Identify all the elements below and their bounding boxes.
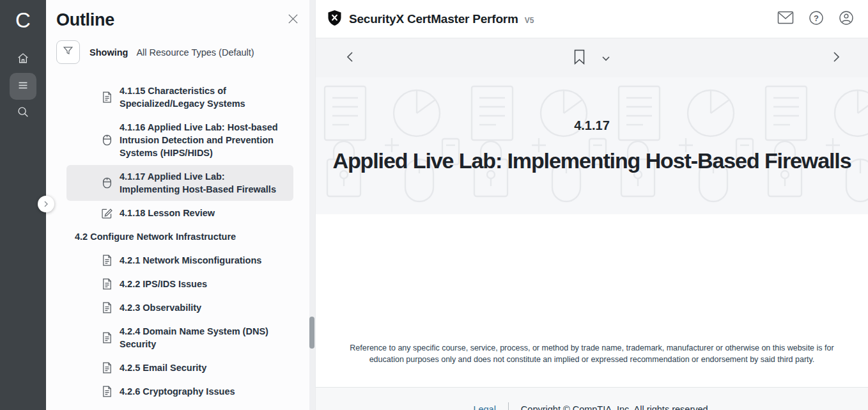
lesson-section-number: 4.1.17 (574, 118, 610, 133)
document-icon (101, 278, 112, 290)
lesson-body: Reference to any specific course, servic… (316, 214, 868, 387)
bookmark-menu-button[interactable] (601, 52, 610, 64)
next-page-button[interactable] (831, 51, 841, 65)
main-area: SecurityX CertMaster Perform V5 (315, 0, 868, 410)
lesson-nav-bar (316, 38, 868, 77)
lesson-title: Applied Live Lab: Implementing Host-Base… (332, 148, 851, 173)
page-footer: Legal Copyright © CompTIA, Inc. All righ… (316, 387, 868, 410)
outline-item-selected[interactable]: 4.1.17 Applied Live Lab: Implementing Ho… (66, 165, 293, 201)
outline-item-label: 4.2.1 Network Misconfigurations (120, 254, 261, 267)
live-lab-icon (101, 134, 112, 146)
account-icon (839, 10, 854, 28)
showing-label: Showing (89, 47, 128, 58)
legal-link[interactable]: Legal (473, 404, 495, 410)
outline-item[interactable]: 4.2.3 Observability (66, 296, 293, 319)
chevron-right-icon (831, 51, 841, 65)
question-mark-glyph: ? (814, 13, 819, 22)
mail-icon (777, 11, 794, 27)
footer-divider (508, 402, 509, 410)
app-title: SecurityX CertMaster Perform (349, 12, 518, 26)
outline-item-label: 4.2 Configure Network Infrastructure (75, 230, 236, 243)
close-outline-button[interactable] (284, 12, 301, 29)
outline-item[interactable]: 4.1.16 Applied Live Lab: Host-based Intr… (66, 116, 293, 164)
header-actions: ? (777, 10, 854, 28)
chevron-right-icon (43, 200, 49, 209)
outline-item-label: 4.2.6 Cryptography Issues (120, 385, 235, 398)
outline-item[interactable]: 4.2.4 Domain Name System (DNS) Security (66, 320, 293, 356)
outline-item[interactable]: 4.2.1 Network Misconfigurations (66, 249, 293, 272)
search-icon (16, 105, 30, 122)
outline-menu-icon (16, 78, 30, 95)
app-window: C (0, 0, 868, 410)
outline-item-label: 4.1.18 Lesson Review (120, 207, 215, 219)
filter-row: Showing All Resource Types (Default) (46, 34, 315, 69)
outline-item[interactable]: 4.1.18 Lesson Review (66, 201, 293, 225)
live-lab-icon (101, 177, 112, 189)
document-icon (101, 302, 112, 313)
close-icon (287, 13, 299, 28)
outline-item[interactable]: 4.1.15 Characteristics of Specialized/Le… (66, 79, 293, 115)
outline-section-header[interactable]: 4.2 Configure Network Infrastructure (66, 225, 293, 248)
outline-list: 4.1.15 Characteristics of Specialized/Le… (46, 79, 315, 410)
rail-nav (10, 46, 36, 127)
messages-button[interactable] (777, 11, 794, 27)
copyright-text: Copyright © CompTIA, Inc. All rights res… (521, 404, 711, 410)
document-icon (101, 386, 112, 397)
home-button[interactable] (10, 46, 36, 73)
outline-item-label: 4.2.5 Email Security (120, 361, 206, 374)
outline-item-label: 4.2.4 Domain Name System (DNS) Security (120, 325, 286, 351)
brand: SecurityX CertMaster Perform V5 (327, 10, 534, 29)
chevron-down-icon (601, 52, 610, 64)
outline-item[interactable]: 4.2.6 Cryptography Issues (66, 380, 293, 403)
app-version-badge: V5 (525, 16, 534, 25)
outline-header: Outline (46, 0, 315, 34)
filter-button[interactable] (56, 40, 80, 64)
outline-item-label: 4.1.15 Characteristics of Specialized/Le… (120, 84, 286, 110)
document-icon (101, 255, 112, 266)
app-header: SecurityX CertMaster Perform V5 (316, 0, 868, 38)
document-icon (101, 362, 112, 374)
outline-item-label: 4.1.17 Applied Live Lab: Implementing Ho… (120, 170, 286, 196)
bookmark-icon (573, 49, 585, 67)
home-icon (16, 51, 30, 68)
outline-item[interactable]: 4.2.5 Email Security (66, 356, 293, 379)
outline-item-label: 4.1.16 Applied Live Lab: Host-based Intr… (120, 121, 286, 159)
outline-title: Outline (56, 10, 114, 30)
document-icon (101, 91, 112, 103)
outline-item-label: 4.2.2 IPS/IDS Issues (120, 278, 207, 290)
banner-doodle-pattern (316, 77, 868, 214)
lesson-title-banner: 4.1.17 Applied Live Lab: Implementing Ho… (316, 77, 868, 214)
lesson-review-icon (101, 207, 112, 219)
filter-funnel-icon (62, 45, 74, 59)
chevron-left-icon (345, 51, 355, 65)
document-icon (101, 332, 112, 343)
resource-type-filter-value: All Resource Types (Default) (136, 47, 254, 58)
help-icon: ? (809, 10, 824, 28)
third-party-disclaimer: Reference to any specific course, servic… (339, 342, 844, 365)
footer-content: Legal Copyright © CompTIA, Inc. All righ… (473, 402, 710, 410)
outline-item[interactable]: 4.2.2 IPS/IDS Issues (66, 272, 293, 296)
account-button[interactable] (839, 10, 854, 28)
panel-expand-toggle-button[interactable] (38, 196, 54, 212)
securityx-shield-icon (327, 10, 343, 29)
help-button[interactable]: ? (809, 10, 824, 28)
outline-scrollbar-thumb[interactable] (309, 317, 314, 349)
outline-menu-button[interactable] (10, 73, 36, 100)
bookmark-button[interactable] (573, 49, 585, 67)
outline-item-label: 4.2.3 Observability (120, 301, 201, 314)
search-button[interactable] (10, 100, 36, 127)
outline-panel: Outline Showing All Resource Types (Defa… (46, 0, 315, 410)
outline-scrollbar-track[interactable] (309, 0, 315, 410)
previous-page-button[interactable] (345, 51, 355, 65)
brand-c-logo[interactable]: C (15, 6, 31, 35)
bookmark-controls (573, 49, 610, 67)
